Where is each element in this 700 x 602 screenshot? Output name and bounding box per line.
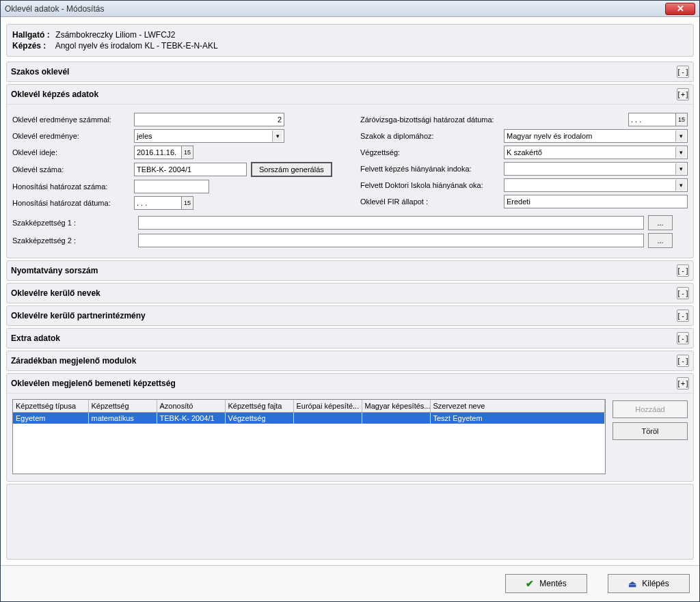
select-result[interactable]: jeles: [134, 129, 284, 143]
calendar-icon[interactable]: 15: [181, 196, 193, 210]
label-finaldate: Záróvizsga-bizottsági határozat dátuma:: [360, 115, 504, 124]
select-majors[interactable]: Magyar nyelv és irodalom: [504, 129, 688, 143]
label-honcert: Honosítási határozat száma:: [12, 182, 134, 191]
col-kind[interactable]: Képzettség fajta: [225, 400, 293, 413]
expand-button[interactable]: [-]: [677, 287, 689, 299]
section-extra-adatok: Extra adatok [-]: [6, 328, 694, 348]
exit-button[interactable]: ⏏ Kilépés: [608, 574, 690, 593]
input-hondate[interactable]: [134, 196, 182, 210]
table-row[interactable]: Egyetem matematikus TEBK-K- 2004/1 Végze…: [13, 413, 605, 424]
label-qual2: Szakképzettség 2 :: [12, 236, 134, 245]
content-area: Hallgató : Zsámbokreczky Liliom - LWFCJ2…: [1, 17, 699, 565]
select-reason[interactable]: [504, 162, 688, 176]
qualifications-grid[interactable]: Képzettség típusa Képzettség Azonosító K…: [12, 399, 606, 474]
col-qual[interactable]: Képzettség: [88, 400, 157, 413]
browse-qual1-button[interactable]: ...: [648, 215, 673, 230]
section-title: Oklevélre kerülő nevek: [11, 288, 677, 298]
label-fir: Oklevél FIR állapot :: [360, 197, 504, 206]
expand-button[interactable]: [-]: [677, 332, 689, 344]
titlebar: Oklevél adatok - Módosítás ✕: [1, 1, 699, 17]
header-info: Hallgató : Zsámbokreczky Liliom - LWFCJ2…: [6, 24, 694, 57]
expand-button[interactable]: [-]: [677, 310, 689, 322]
calendar-icon[interactable]: 15: [181, 146, 193, 159]
label-majors: Szakok a diplomához:: [360, 132, 504, 140]
student-label: Hallgató :: [12, 30, 53, 40]
empty-space: [6, 484, 694, 560]
col-type[interactable]: Képzettség típusa: [13, 400, 88, 413]
section-title: Záradékban megjelenő modulok: [11, 356, 677, 366]
training-value: Angol nyelv és irodalom KL - TEBK-E-N-AK…: [55, 41, 218, 51]
input-result-num[interactable]: [134, 113, 284, 126]
browse-qual2-button[interactable]: ...: [648, 233, 673, 248]
section-bemeneti-kepzettseg: Oklevélen megjelenő bemeneti képzettség …: [6, 373, 694, 482]
delete-row-button[interactable]: Töröl: [612, 422, 688, 440]
generate-serial-button[interactable]: Sorszám generálás: [251, 162, 332, 177]
label-hondate: Honosítási határozat dátuma:: [12, 199, 134, 207]
window-title: Oklevél adatok - Módosítás: [5, 4, 665, 14]
student-value: Zsámbokreczky Liliom - LWFCJ2: [55, 30, 175, 40]
section-szakos-oklevel: Szakos oklevél [-]: [6, 61, 694, 82]
label-reason: Felvett képzés hiányának indoka:: [360, 165, 504, 173]
input-fir[interactable]: [504, 195, 688, 208]
collapse-button[interactable]: [+]: [677, 377, 689, 389]
close-icon: ✕: [677, 4, 684, 13]
section-zaradek-modulok: Záradékban megjelenő modulok [-]: [6, 351, 694, 371]
input-date[interactable]: [134, 146, 182, 159]
section-partnerintezmeny: Oklevélre kerülő partnerintézmény [-]: [6, 305, 694, 326]
input-qual1[interactable]: [138, 216, 644, 230]
dialog-window: Oklevél adatok - Módosítás ✕ Hallgató : …: [0, 0, 700, 602]
label-doktori: Felvett Doktori Iskola hiányának oka:: [360, 181, 504, 189]
table-header-row: Képzettség típusa Képzettség Azonosító K…: [13, 400, 605, 413]
check-icon: ✔: [526, 578, 534, 589]
input-honcert[interactable]: [134, 180, 209, 193]
add-row-button[interactable]: Hozzáad: [612, 400, 688, 418]
section-title: Oklevélen megjelenő bemeneti képzettség: [11, 379, 677, 388]
input-qual2[interactable]: [138, 234, 644, 247]
label-qual1: Szakképzettség 1 :: [12, 219, 134, 227]
exit-icon: ⏏: [628, 579, 636, 589]
section-nyomtatvany-sorszam: Nyomtatvány sorszám [-]: [6, 260, 694, 281]
training-label: Képzés :: [12, 41, 53, 51]
select-doktori[interactable]: [504, 178, 688, 192]
input-finaldate[interactable]: [628, 113, 676, 126]
input-number[interactable]: [134, 163, 247, 176]
select-degree[interactable]: K szakértő: [504, 146, 688, 159]
close-button[interactable]: ✕: [665, 3, 695, 15]
expand-button[interactable]: [-]: [677, 66, 689, 78]
section-oklevele-nevek: Oklevélre kerülő nevek [-]: [6, 283, 694, 303]
label-result: Oklevél eredménye:: [12, 132, 134, 140]
section-title: Szakos oklevél: [11, 67, 677, 77]
section-title: Nyomtatvány sorszám: [11, 266, 677, 275]
col-eu[interactable]: Európai képesíté...: [293, 400, 362, 413]
label-number: Oklevél száma:: [12, 165, 134, 174]
expand-button[interactable]: [-]: [677, 355, 689, 367]
col-hu[interactable]: Magyar képesítés...: [362, 400, 430, 413]
calendar-icon[interactable]: 15: [675, 113, 688, 126]
section-title: Oklevélre kerülő partnerintézmény: [11, 311, 677, 320]
label-date: Oklevél ideje:: [12, 148, 134, 156]
section-title: Oklevél képzés adatok: [11, 90, 677, 99]
save-button[interactable]: ✔ Mentés: [505, 574, 587, 593]
label-degree: Végzettség:: [360, 148, 504, 156]
label-result-num: Oklevél eredménye számmal:: [12, 115, 134, 124]
expand-button[interactable]: [-]: [677, 264, 689, 277]
section-oklevel-kepzes-adatok: Oklevél képzés adatok [+] Oklevél eredmé…: [6, 84, 694, 258]
section-title: Extra adatok: [11, 333, 677, 343]
col-org[interactable]: Szervezet neve: [430, 400, 605, 413]
footer: ✔ Mentés ⏏ Kilépés: [1, 565, 699, 601]
collapse-button[interactable]: [+]: [677, 88, 689, 100]
col-id[interactable]: Azonosító: [157, 400, 225, 413]
